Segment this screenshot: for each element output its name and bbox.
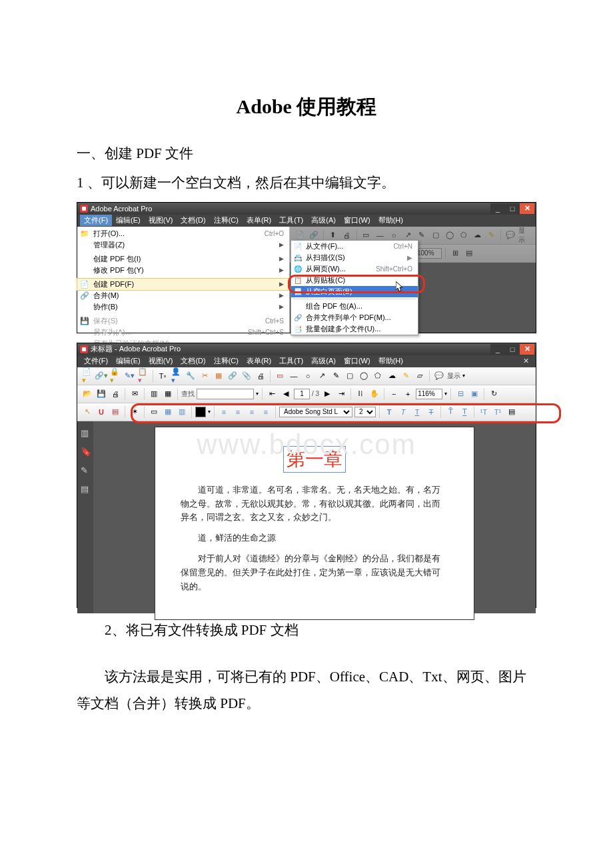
fit-icon[interactable]: ⊞	[449, 247, 461, 259]
close-button[interactable]: ✕	[520, 344, 534, 355]
print-icon[interactable]: 🖨	[255, 370, 267, 382]
highlight-icon[interactable]: ✎	[485, 229, 497, 241]
sign-icon[interactable]: ✎▾	[123, 370, 135, 382]
pages-panel-icon[interactable]: ▥	[81, 428, 90, 437]
print2-icon[interactable]: 🖨	[109, 388, 121, 400]
file-menu-item[interactable]: 📁打开(O)...Ctrl+O	[77, 228, 289, 239]
file-menu-item[interactable]: 协作(B)▶	[77, 301, 289, 313]
pencil-icon[interactable]: ✎	[330, 370, 342, 382]
select-tool-icon[interactable]: I⁞	[354, 388, 366, 400]
attachments-panel-icon[interactable]: ▤	[81, 484, 90, 493]
maximize-button[interactable]: □	[505, 203, 520, 214]
link-icon[interactable]: 🔗	[227, 370, 239, 382]
pages-icon[interactable]: ▥	[148, 388, 160, 400]
poly-icon[interactable]: ⬠	[458, 229, 470, 241]
list-icon[interactable]: ▤	[109, 406, 121, 418]
menu-advanced[interactable]: 高级(A)	[307, 355, 340, 367]
submenu-item[interactable]: 📄从文件(F)...Ctrl+N	[291, 241, 418, 252]
file-menu-item[interactable]: 创建 PDF 包(I)▶	[77, 253, 289, 265]
submenu-item[interactable]: 📑批量创建多个文件(U)...	[291, 323, 418, 335]
next-page-icon[interactable]: ▶	[321, 388, 333, 400]
page-input[interactable]	[294, 389, 310, 399]
cloud-icon[interactable]: ☁	[386, 370, 398, 382]
header-icon[interactable]: ▦	[213, 370, 225, 382]
menu-forms[interactable]: 表单(R)	[243, 215, 275, 226]
prev-page-icon[interactable]: ◀	[280, 388, 292, 400]
attach-icon[interactable]: 📎	[241, 370, 253, 382]
menu-edit[interactable]: 编辑(E)	[112, 355, 145, 367]
arrow-icon[interactable]: ↗	[316, 370, 328, 382]
menu-comments[interactable]: 注释(C)	[210, 355, 243, 367]
bookmarks-panel-icon[interactable]: 🔖	[81, 447, 90, 456]
last-page-icon[interactable]: ⇥	[335, 388, 347, 400]
oval-icon[interactable]: ○	[302, 370, 314, 382]
hand-icon[interactable]: ✋	[368, 388, 380, 400]
rotate-icon[interactable]: ↻	[488, 388, 500, 400]
menu-tools[interactable]: 工具(T)	[275, 215, 307, 226]
email-icon[interactable]: ✉	[129, 388, 141, 400]
submenu-item[interactable]: 🔗合并文件到单个 PDF(M)...	[291, 312, 418, 323]
menu-window[interactable]: 窗口(W)	[340, 355, 374, 367]
combine-icon[interactable]: 🔗▾	[95, 370, 107, 382]
rect-icon[interactable]: ▢	[430, 229, 442, 241]
line-icon[interactable]: —	[288, 370, 300, 382]
highlight-icon[interactable]: ✎	[400, 370, 412, 382]
fit-width-icon[interactable]: ⊟	[454, 388, 466, 400]
page-canvas[interactable]: 第一章 道可道，非常道。名可名，非常名。无，名天地之始。有，名万物之母。故常，无…	[155, 427, 474, 620]
open-icon[interactable]: 📂	[81, 388, 93, 400]
menu-view[interactable]: 视图(V)	[145, 215, 177, 226]
menu-help[interactable]: 帮助(H)	[374, 215, 407, 226]
menu-document[interactable]: 文档(D)	[177, 355, 209, 367]
signatures-panel-icon[interactable]: ✎	[81, 465, 90, 475]
crop-icon[interactable]: ✂	[199, 370, 211, 382]
zoom-input[interactable]	[415, 248, 442, 259]
doc-close-icon[interactable]: ✕	[523, 357, 533, 365]
poly-icon[interactable]: ⬠	[372, 370, 384, 382]
cloud-icon[interactable]: ☁	[472, 229, 484, 241]
find-input[interactable]	[197, 389, 254, 399]
user-icon[interactable]: 👤▾	[171, 370, 183, 382]
select-rect-icon[interactable]: ▭	[274, 370, 286, 382]
note-icon[interactable]: 💬	[433, 370, 445, 382]
touchup-icon[interactable]: T▫	[157, 370, 169, 382]
save-icon[interactable]: 💾	[95, 388, 107, 400]
submenu-item[interactable]: 📇从扫描仪(S) ▶	[291, 252, 418, 263]
fit-page-icon[interactable]: ▣	[468, 388, 480, 400]
page-icon[interactable]: ▤	[463, 247, 475, 259]
file-menu-item[interactable]: 管理器(Z)▶	[77, 239, 289, 251]
rect-icon[interactable]: ▢	[344, 370, 356, 382]
first-page-icon[interactable]: ⇤	[266, 388, 278, 400]
menu-view[interactable]: 视图(V)	[145, 355, 177, 367]
menu-document[interactable]: 文档(D)	[177, 215, 209, 226]
menu-forms[interactable]: 表单(R)	[243, 355, 275, 367]
file-menu-item[interactable]: 📄创建 PDF(F)▶	[77, 279, 289, 290]
menu-file[interactable]: 文件(F)	[80, 215, 112, 226]
form-icon[interactable]: 📋▾	[137, 370, 149, 382]
maximize-button[interactable]: □	[505, 344, 520, 355]
circle-icon[interactable]: ◯	[444, 229, 456, 241]
submenu-item[interactable]: 组合 PDF 包(A)...	[291, 301, 418, 312]
menu-advanced[interactable]: 高级(A)	[307, 215, 340, 226]
close-button[interactable]: ✕	[520, 203, 534, 214]
secure-icon[interactable]: 🔒▾	[109, 370, 121, 382]
show-label[interactable]: 显示	[518, 226, 532, 245]
menu-file[interactable]: 文件(F)	[80, 355, 112, 367]
minimize-button[interactable]: _	[490, 344, 505, 355]
menu-comments[interactable]: 注释(C)	[210, 215, 243, 226]
menu-tools[interactable]: 工具(T)	[275, 355, 307, 367]
file-menu-item[interactable]: 🔗合并(M)▶	[77, 290, 289, 301]
spread-icon[interactable]: ▦	[162, 388, 174, 400]
show-label[interactable]: 显示	[447, 371, 460, 381]
menu-window[interactable]: 窗口(W)	[340, 215, 374, 226]
file-menu-item[interactable]: 修改 PDF 包(Y)▶	[77, 265, 289, 276]
u-icon[interactable]: U	[95, 406, 107, 418]
note-icon[interactable]: 💬	[504, 229, 516, 241]
zoomout-icon[interactable]: −	[388, 388, 400, 400]
menu-help[interactable]: 帮助(H)	[374, 355, 407, 367]
zoomin-icon[interactable]: +	[402, 388, 414, 400]
menu-edit[interactable]: 编辑(E)	[112, 215, 145, 226]
minimize-button[interactable]: _	[490, 203, 505, 214]
pointer-icon[interactable]: ↖	[81, 406, 93, 418]
circle-icon[interactable]: ◯	[358, 370, 370, 382]
edit-obj-icon[interactable]: 🔧	[185, 370, 197, 382]
